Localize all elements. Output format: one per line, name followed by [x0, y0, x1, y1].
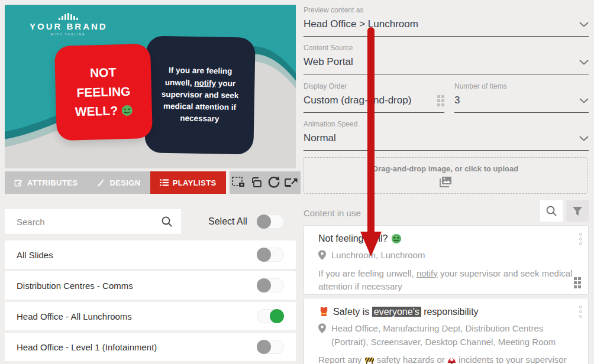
- construction-barricade-icon: [364, 356, 375, 364]
- nauseated-face-icon: [121, 105, 134, 117]
- content-search-button[interactable]: [540, 200, 563, 222]
- brand-tagline: WITH TAGLINE: [30, 32, 106, 36]
- refresh-button[interactable]: [265, 174, 283, 191]
- content-card-location: Lunchroom, Lunchroom: [331, 249, 425, 262]
- field-label: Content Source: [304, 44, 589, 52]
- chevron-down-icon: [579, 22, 589, 27]
- card-menu-button[interactable]: [579, 306, 582, 318]
- playlist-row[interactable]: Head Office - Level 1 (Infotainment): [5, 333, 296, 361]
- tab-design-label: DESIGN: [109, 178, 140, 187]
- present-screen-icon: [284, 176, 299, 189]
- highlighted-word: everyone's: [372, 307, 421, 317]
- search-input[interactable]: [5, 217, 161, 227]
- playlist-toggle[interactable]: [257, 278, 284, 292]
- display-order-field[interactable]: Display Order Custom (drag-and-drop): [304, 82, 444, 113]
- brand-logo: YOUR BRAND WITH TAGLINE: [30, 13, 106, 36]
- field-label: Display Order: [304, 82, 444, 90]
- search-icon[interactable]: [161, 216, 173, 228]
- brand-name: YOUR BRAND: [30, 21, 106, 31]
- safety-vest-icon: [318, 306, 330, 317]
- tab-attributes-label: ATTRIBUTES: [27, 178, 78, 187]
- upload-text: Drag-and-drop image, or click to upload: [304, 164, 587, 173]
- playlist-row[interactable]: All Slides: [5, 240, 296, 269]
- duplicate-button[interactable]: [247, 174, 265, 191]
- edit-icon: [14, 178, 23, 187]
- location-pin-icon: [318, 323, 326, 333]
- field-label: Number of Items: [454, 82, 589, 90]
- playlist-row-label: Distribution Centres - Comms: [17, 281, 133, 291]
- content-card-title-text: Safety is: [333, 307, 372, 317]
- preview-content-as-field[interactable]: Preview content as Head Office > Lunchro…: [304, 6, 589, 37]
- select-all-control: Select All: [208, 214, 284, 229]
- field-value: Head Office > Lunchroom: [304, 18, 418, 30]
- playlist-toggle[interactable]: [257, 340, 284, 354]
- playlist-row-label: Head Office - Level 1 (Infotainment): [17, 342, 157, 352]
- select-all-label: Select All: [208, 216, 247, 227]
- search-icon: [545, 205, 557, 217]
- filter-funnel-icon: [572, 206, 583, 216]
- field-value: Normal: [304, 132, 336, 144]
- content-source-field[interactable]: Content Source Web Portal: [304, 44, 589, 74]
- playlist-toggle[interactable]: [257, 309, 284, 323]
- field-value: 3: [454, 95, 460, 106]
- content-filter-button[interactable]: [566, 200, 589, 222]
- card-menu-button[interactable]: [579, 233, 582, 245]
- slide-body-underlined: notify: [194, 78, 216, 87]
- present-screen-button[interactable]: [283, 174, 301, 191]
- playlist-icon: [160, 178, 169, 187]
- slide-headline-card: NOT FEELING WELL?: [54, 44, 153, 141]
- tab-playlists[interactable]: PLAYLISTS: [150, 171, 226, 194]
- chevron-down-icon: [579, 136, 589, 141]
- playlist-toggle[interactable]: [257, 248, 284, 262]
- signage-editor-window: YOUR BRAND WITH TAGLINE If you are feeli…: [0, 0, 594, 364]
- content-in-use-label: Content in use: [304, 208, 361, 218]
- drag-grid-icon: [437, 95, 444, 106]
- field-value: Custom (drag-and-drop): [304, 95, 411, 106]
- capture-region-button[interactable]: [230, 174, 247, 191]
- slide-text-card: If you are feeling unwell, notify your s…: [144, 35, 255, 154]
- playlist-row-label: Head Office - All Lunchrooms: [17, 311, 132, 321]
- content-card-title: Safety is everyone's responsibility: [318, 306, 577, 317]
- nauseated-face-icon: [391, 233, 402, 244]
- tab-attributes[interactable]: ATTRIBUTES: [5, 171, 87, 194]
- content-card-body: If you are feeling unwell, notify your s…: [318, 267, 577, 294]
- animation-speed-field[interactable]: Animation Speed Normal: [304, 120, 589, 151]
- content-card-title-text: Not feeling well?: [318, 233, 388, 244]
- rescue-helmet-icon: [447, 356, 456, 364]
- content-card-location: Head Office, Manufacturing Dept, Distrib…: [331, 322, 577, 349]
- paintbrush-icon: [96, 178, 105, 187]
- chevron-down-icon: [579, 60, 589, 65]
- image-upload-dropzone[interactable]: Drag-and-drop image, or click to upload: [304, 157, 587, 194]
- location-pin-icon: [318, 250, 326, 260]
- field-label: Preview content as: [304, 6, 589, 14]
- content-card[interactable]: Not feeling well? Lunchroom, Lunchroom I…: [304, 225, 589, 295]
- chevron-down-icon: [579, 98, 589, 103]
- playlist-row-label: All Slides: [17, 250, 53, 260]
- editor-toolbar: ATTRIBUTES DESIGN PLAYLISTS: [5, 171, 296, 194]
- field-value: Web Portal: [304, 56, 353, 68]
- number-of-items-field[interactable]: Number of Items 3: [454, 82, 589, 113]
- tab-playlists-label: PLAYLISTS: [173, 178, 217, 187]
- playlist-search: [5, 209, 181, 234]
- field-label: Animation Speed: [304, 120, 589, 128]
- editor-tabs: ATTRIBUTES DESIGN PLAYLISTS: [5, 171, 226, 194]
- content-card-body: Report any safety hazards or incidents t…: [318, 353, 577, 364]
- preview-tool-group: [230, 171, 301, 194]
- refresh-icon: [267, 176, 281, 190]
- content-card[interactable]: Safety is everyone's responsibility Head…: [304, 298, 589, 364]
- duplicate-icon: [249, 176, 263, 189]
- content-card-title: Not feeling well?: [318, 233, 577, 244]
- playlist-row[interactable]: Distribution Centres - Comms: [5, 271, 296, 300]
- tab-design[interactable]: DESIGN: [87, 171, 150, 194]
- image-upload-icon: [438, 176, 453, 188]
- select-all-toggle[interactable]: [257, 214, 284, 229]
- playlist-row[interactable]: Head Office - All Lunchrooms: [5, 302, 296, 330]
- card-drag-handle[interactable]: [574, 277, 581, 288]
- slide-preview: YOUR BRAND WITH TAGLINE If you are feeli…: [5, 5, 296, 168]
- selection-capture-icon: [231, 176, 246, 189]
- brand-logo-icon: [30, 13, 106, 20]
